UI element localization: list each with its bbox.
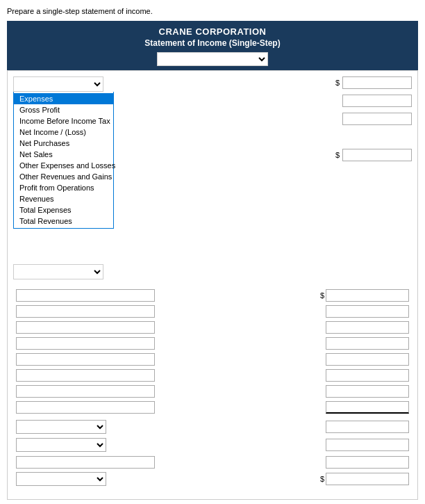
top-value-input-4[interactable] [342, 149, 412, 161]
dropdown-list: Expenses Gross Profit Income Before Inco… [13, 92, 114, 229]
top-value-input-2[interactable] [342, 95, 412, 107]
first-section-select[interactable] [13, 76, 103, 92]
value-input-8[interactable] [326, 401, 409, 414]
dollar-sign-1: $ [335, 79, 340, 87]
dropdown-item-total-expenses[interactable]: Total Expenses [14, 204, 113, 216]
dropdown-item-revenues[interactable]: Revenues [14, 193, 113, 204]
final-value[interactable] [326, 473, 409, 485]
dollar-sign-2: $ [335, 151, 340, 159]
value-input-6[interactable] [326, 369, 409, 382]
dropdown-item-gross-profit[interactable]: Gross Profit [14, 104, 113, 115]
form-wrapper: $ [13, 285, 412, 494]
value-input-1[interactable] [326, 289, 409, 302]
dropdown-item-other-revenues[interactable]: Other Revenues and Gains [14, 171, 113, 182]
final-row: $ [16, 472, 409, 486]
form-row-9 [16, 456, 409, 469]
dollar-sign-final: $ [320, 475, 324, 483]
dropdown-item-total-revenues[interactable]: Total Revenues [14, 216, 113, 227]
form-row-1: $ [16, 289, 409, 302]
value-input-4[interactable] [326, 337, 409, 350]
top-value-input-1[interactable] [342, 76, 412, 89]
label-input-1[interactable] [16, 289, 155, 302]
second-section-select[interactable] [13, 264, 103, 279]
total-value-2[interactable] [326, 439, 409, 451]
value-input-2[interactable] [326, 305, 409, 318]
form-row-6 [16, 369, 409, 382]
label-input-8[interactable] [16, 401, 155, 414]
statement-header: CRANE CORPORATION Statement of Income (S… [7, 21, 418, 70]
second-dropdown-container [13, 264, 412, 279]
dropdown-item-profit-operations[interactable]: Profit from Operations [14, 182, 113, 193]
total-value-1[interactable] [326, 421, 409, 433]
form-row-2 [16, 305, 409, 318]
value-input-9[interactable] [326, 456, 409, 469]
top-section: Expenses Gross Profit Income Before Inco… [13, 76, 412, 161]
value-input-7[interactable] [326, 385, 409, 398]
total-select-3[interactable] [16, 472, 106, 486]
dropdown-item-net-purchases[interactable]: Net Purchases [14, 138, 113, 149]
form-row-7 [16, 385, 409, 398]
statement-title: Statement of Income (Single-Step) [14, 38, 411, 48]
dropdown-item-net-income[interactable]: Net Income / (Loss) [14, 127, 113, 138]
company-name: CRANE CORPORATION [14, 26, 411, 37]
dropdown-item-income-before-tax[interactable]: Income Before Income Tax [14, 115, 113, 127]
value-input-5[interactable] [326, 353, 409, 366]
page-instruction: Prepare a single-step statement of incom… [7, 7, 418, 15]
dollar-sign-r1: $ [320, 291, 324, 300]
form-row-8 [16, 401, 409, 414]
label-input-9[interactable] [16, 456, 155, 469]
total-select-1[interactable] [16, 420, 106, 434]
label-input-3[interactable] [16, 321, 155, 334]
dropdown-item-expenses[interactable]: Expenses [14, 93, 113, 104]
section-total-row-1 [16, 420, 409, 434]
dropdown-item-net-sales[interactable]: Net Sales [14, 149, 113, 160]
section-total-row-2 [16, 438, 409, 452]
label-input-6[interactable] [16, 369, 155, 382]
top-value-input-3[interactable] [342, 113, 412, 125]
form-row-3 [16, 321, 409, 334]
label-input-2[interactable] [16, 305, 155, 318]
total-select-2[interactable] [16, 438, 106, 452]
label-input-4[interactable] [16, 337, 155, 350]
form-row-5 [16, 353, 409, 366]
label-input-5[interactable] [16, 353, 155, 366]
label-input-7[interactable] [16, 385, 155, 398]
value-input-3[interactable] [326, 321, 409, 334]
main-content-area: Expenses Gross Profit Income Before Inco… [7, 70, 418, 500]
form-row-4 [16, 337, 409, 350]
date-select[interactable] [157, 52, 268, 66]
first-dropdown-container: Expenses Gross Profit Income Before Inco… [13, 76, 103, 92]
dropdown-item-other-expenses[interactable]: Other Expenses and Losses [14, 160, 113, 171]
